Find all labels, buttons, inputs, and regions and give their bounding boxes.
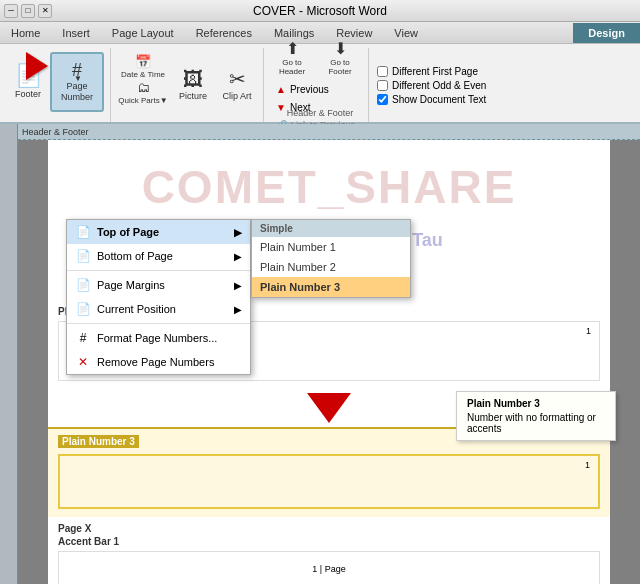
plain-number-3-label: Plain Number 3: [58, 435, 139, 448]
tab-view[interactable]: View: [383, 23, 429, 43]
context-menu-format-page-numbers[interactable]: # Format Page Numbers...: [67, 326, 250, 350]
header-footer-group-label: Header & Footer: [0, 108, 640, 120]
picture-label: Picture: [179, 91, 207, 101]
previous-label: Previous: [290, 84, 329, 95]
title-bar-controls[interactable]: ─ □ ✕: [4, 4, 52, 18]
clip-art-icon: ✂: [229, 67, 246, 91]
submenu-plain-number-1[interactable]: Plain Number 1: [252, 237, 410, 257]
different-odd-even-checkbox[interactable]: [377, 80, 388, 91]
page-x-section: Page X Accent Bar 1 1 | Page: [48, 517, 610, 584]
date-label: Date & Time: [121, 70, 165, 79]
quick-parts-button[interactable]: 🗂 Quick Parts▼: [117, 80, 169, 104]
go-to-header-button[interactable]: ⬆ Go to Header: [270, 38, 314, 78]
plain-number-3-preview: 1: [58, 454, 600, 509]
plain-number-3-num: 1: [585, 460, 590, 470]
submenu[interactable]: Simple Plain Number 1 Plain Number 2 Pla…: [251, 219, 411, 298]
ribbon-body: 📄 Footer # ▼ Page Number Header & Footer…: [0, 44, 640, 124]
page-margins-label: Page Margins: [97, 279, 165, 291]
different-first-page-label: Different First Page: [392, 66, 478, 77]
red-arrow-indicator: [26, 52, 48, 80]
title-bar: ─ □ ✕ COVER - Microsoft Word: [0, 0, 640, 22]
title-text: COVER - Microsoft Word: [253, 4, 387, 18]
picture-icon: 🖼: [183, 68, 203, 91]
doc-red-arrow: [307, 393, 351, 423]
plain-number-2-num: 1: [586, 326, 591, 336]
submenu-plain-number-3[interactable]: Plain Number 3: [252, 277, 410, 297]
current-position-icon: 📄: [75, 301, 91, 317]
menu-separator-1: [67, 270, 250, 271]
top-of-page-label: Top of Page: [97, 226, 159, 238]
clip-art-button[interactable]: ✂ Clip Art: [217, 54, 257, 114]
minimize-btn[interactable]: ─: [4, 4, 18, 18]
top-of-page-icon: 📄: [75, 224, 91, 240]
top-of-page-arrow: ▶: [234, 227, 242, 238]
bottom-of-page-icon: 📄: [75, 248, 91, 264]
format-page-numbers-icon: #: [75, 330, 91, 346]
hf-bar-label: Header & Footer: [22, 127, 89, 137]
previous-button[interactable]: ▲ Previous: [270, 81, 362, 98]
context-menu[interactable]: 📄 Top of Page ▶ 📄 Bottom of Page ▶ 📄 Pag…: [66, 219, 251, 375]
context-menu-current-position[interactable]: 📄 Current Position ▶: [67, 297, 250, 321]
remove-page-numbers-icon: ✕: [75, 354, 91, 370]
page-margins-arrow: ▶: [234, 280, 242, 291]
tab-home[interactable]: Home: [0, 23, 51, 43]
document-area[interactable]: Header & Footer COMET_SHARE Berbagi Apa …: [18, 124, 640, 584]
different-odd-even-label: Different Odd & Even: [392, 80, 486, 91]
page-x-label: Page X: [58, 523, 600, 534]
context-menu-page-margins[interactable]: 📄 Page Margins ▶: [67, 273, 250, 297]
date-icon: 📅: [135, 54, 151, 69]
tooltip: Plain Number 3 Number with no formatting…: [456, 391, 616, 441]
quick-parts-icon: 🗂: [137, 80, 150, 95]
restore-btn[interactable]: □: [21, 4, 35, 18]
go-to-header-label: Go to Header: [271, 58, 313, 76]
ribbon-group-header-footer: 📄 Footer # ▼ Page Number Header & Footer: [0, 48, 111, 122]
bottom-of-page-label: Bottom of Page: [97, 250, 173, 262]
page-number-button[interactable]: # ▼ Page Number: [50, 52, 104, 112]
context-menu-top-of-page[interactable]: 📄 Top of Page ▶: [67, 220, 250, 244]
submenu-header: Simple: [252, 220, 410, 237]
page-margins-icon: 📄: [75, 277, 91, 293]
plain-number-3-section: Plain Number 3 1 Plain Number 3 Number w…: [48, 427, 610, 517]
page-number-label: Page Number: [52, 81, 102, 103]
accent-bar-1-label: Accent Bar 1: [58, 536, 600, 547]
show-document-text-option[interactable]: Show Document Text: [377, 94, 486, 105]
accent-bar-content: 1 | Page: [312, 564, 345, 574]
sidebar: [0, 124, 18, 584]
clip-art-label: Clip Art: [222, 91, 251, 101]
go-to-footer-icon: ⬇: [334, 39, 347, 58]
date-time-button[interactable]: 📅 Date & Time: [117, 54, 169, 78]
go-to-footer-button[interactable]: ⬇ Go to Footer: [318, 38, 362, 78]
current-position-arrow: ▶: [234, 304, 242, 315]
show-document-text-checkbox[interactable]: [377, 94, 388, 105]
accent-bar-preview: 1 | Page: [58, 551, 600, 584]
menu-separator-2: [67, 323, 250, 324]
go-to-footer-label: Go to Footer: [319, 58, 361, 76]
tooltip-description: Number with no formatting or accents: [467, 412, 605, 434]
quick-parts-label: Quick Parts▼: [118, 96, 167, 105]
tab-page-layout[interactable]: Page Layout: [101, 23, 185, 43]
current-position-label: Current Position: [97, 303, 176, 315]
picture-button[interactable]: 🖼 Picture: [173, 54, 213, 114]
close-btn[interactable]: ✕: [38, 4, 52, 18]
tooltip-title: Plain Number 3: [467, 398, 605, 409]
different-odd-even-option[interactable]: Different Odd & Even: [377, 80, 486, 91]
remove-page-numbers-label: Remove Page Numbers: [97, 356, 214, 368]
tab-references[interactable]: References: [185, 23, 263, 43]
previous-icon: ▲: [276, 84, 286, 95]
watermark: COMET_SHARE: [142, 160, 517, 214]
footer-label: Footer: [15, 89, 41, 100]
format-page-numbers-label: Format Page Numbers...: [97, 332, 217, 344]
bottom-of-page-arrow: ▶: [234, 251, 242, 262]
context-menu-remove-page-numbers[interactable]: ✕ Remove Page Numbers: [67, 350, 250, 374]
tab-insert[interactable]: Insert: [51, 23, 101, 43]
different-first-page-checkbox[interactable]: [377, 66, 388, 77]
submenu-plain-number-2[interactable]: Plain Number 2: [252, 257, 410, 277]
show-document-text-label: Show Document Text: [392, 94, 486, 105]
different-first-page-option[interactable]: Different First Page: [377, 66, 486, 77]
context-menu-bottom-of-page[interactable]: 📄 Bottom of Page ▶: [67, 244, 250, 268]
main-area: Header & Footer COMET_SHARE Berbagi Apa …: [0, 124, 640, 584]
tab-design[interactable]: Design: [573, 23, 640, 43]
hf-bar: Header & Footer: [18, 124, 640, 140]
go-to-header-icon: ⬆: [286, 39, 299, 58]
